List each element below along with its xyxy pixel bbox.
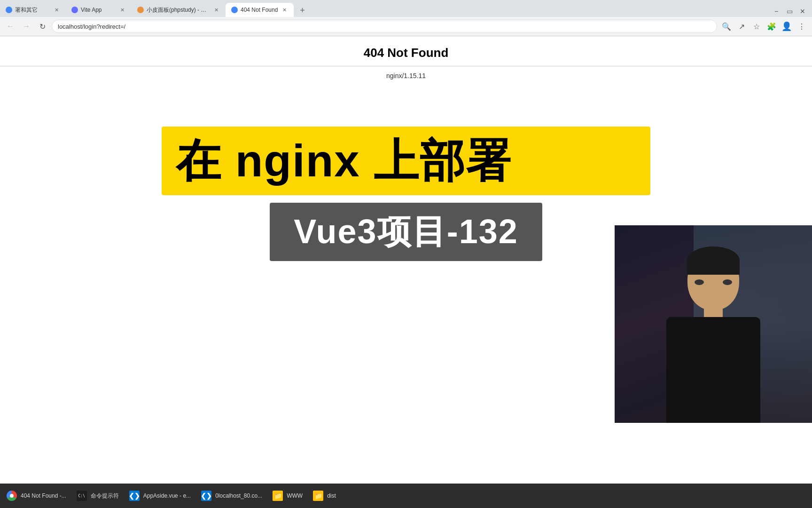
- taskbar-item-chrome[interactable]: 404 Not Found -...: [2, 485, 71, 506]
- page-content: 404 Not Found nginx/1.15.11 在 nginx 上部署 …: [0, 36, 812, 261]
- toolbar-icons: 🔍 ↗ ☆ 🧩 👤 ⋮: [720, 20, 808, 33]
- share-icon: ↗: [739, 22, 745, 31]
- back-icon: ←: [7, 22, 14, 31]
- reload-button[interactable]: ↻: [36, 20, 49, 33]
- reload-icon: ↻: [39, 22, 46, 31]
- address-input[interactable]: localhost/login?redirect=/: [52, 20, 717, 33]
- tab-close-1[interactable]: ✕: [53, 6, 60, 14]
- nginx-version: nginx/1.15.11: [0, 72, 812, 89]
- maximize-button[interactable]: ▭: [784, 6, 795, 17]
- maximize-icon: ▭: [787, 8, 793, 15]
- tab-favicon-4: [231, 7, 238, 13]
- window-controls: − ▭ ✕: [771, 6, 812, 17]
- menu-icon: ⋮: [798, 22, 805, 31]
- dark-subtitle: Vue3项目-132: [270, 203, 542, 261]
- taskbar-vscode1-label: AppAside.vue - e...: [143, 492, 191, 499]
- hr-divider: [0, 66, 812, 66]
- taskbar-chrome-icon: [7, 491, 17, 501]
- taskbar: 404 Not Found -... C:\ 命令提示符 ❮❯ AppAside…: [0, 484, 812, 508]
- webcam-overlay: [615, 225, 812, 423]
- minimize-icon: −: [774, 8, 778, 15]
- dark-subtitle-text: Vue3项目-132: [284, 209, 528, 254]
- taskbar-www-label: WWW: [287, 492, 303, 499]
- tab-close-4[interactable]: ✕: [281, 6, 288, 14]
- search-icon: 🔍: [722, 22, 731, 31]
- plus-icon: +: [300, 6, 305, 16]
- tab-phpstudy[interactable]: 小皮面板(phpstudy) - 让天下没… ✕: [132, 3, 226, 17]
- taskbar-item-vscode2[interactable]: ❮❯ 0localhost_80.co...: [196, 485, 267, 506]
- taskbar-item-cmd[interactable]: C:\ 命令提示符: [72, 485, 124, 506]
- taskbar-folder2-icon: 📁: [313, 491, 323, 501]
- bookmark-button[interactable]: ☆: [750, 20, 763, 33]
- tab-label-1: 署和其它: [15, 6, 50, 14]
- taskbar-vscode2-icon: ❮❯: [201, 491, 211, 501]
- menu-button[interactable]: ⋮: [795, 20, 808, 33]
- close-window-icon: ✕: [800, 8, 805, 15]
- tab-favicon-2: [71, 7, 78, 13]
- taskbar-item-www[interactable]: 📁 WWW: [268, 485, 307, 506]
- tab-close-2[interactable]: ✕: [118, 6, 126, 14]
- search-button[interactable]: 🔍: [720, 20, 733, 33]
- error-title: 404 Not Found: [0, 36, 812, 60]
- tab-署和其它[interactable]: 署和其它 ✕: [0, 3, 66, 17]
- share-button[interactable]: ↗: [735, 20, 748, 33]
- back-button[interactable]: ←: [4, 20, 17, 33]
- taskbar-item-vscode1[interactable]: ❮❯ AppAside.vue - e...: [125, 485, 195, 506]
- tab-favicon-1: [6, 7, 12, 13]
- yellow-banner: 在 nginx 上部署: [162, 127, 650, 195]
- close-window-button[interactable]: ✕: [797, 6, 808, 17]
- browser-chrome: 署和其它 ✕ Vite App ✕ 小皮面板(phpstudy) - 让天下没……: [0, 0, 812, 36]
- star-icon: ☆: [753, 22, 760, 31]
- tab-404[interactable]: 404 Not Found ✕: [226, 3, 294, 17]
- forward-button[interactable]: →: [20, 20, 33, 33]
- extensions-button[interactable]: 🧩: [765, 20, 778, 33]
- tab-label-4: 404 Not Found: [241, 7, 278, 13]
- profile-icon: 👤: [781, 21, 792, 32]
- tab-favicon-3: [137, 7, 144, 13]
- taskbar-vscode1-icon: ❮❯: [129, 491, 140, 501]
- tab-close-3[interactable]: ✕: [212, 6, 220, 14]
- taskbar-folder1-icon: 📁: [273, 491, 283, 501]
- taskbar-cmd-label: 命令提示符: [91, 492, 119, 500]
- tab-bar: 署和其它 ✕ Vite App ✕ 小皮面板(phpstudy) - 让天下没……: [0, 0, 812, 17]
- tab-label-3: 小皮面板(phpstudy) - 让天下没…: [147, 6, 210, 14]
- address-text: localhost/login?redirect=/: [58, 23, 125, 30]
- minimize-button[interactable]: −: [771, 6, 782, 17]
- new-tab-button[interactable]: +: [296, 4, 309, 17]
- taskbar-dist-label: dist: [327, 492, 336, 499]
- extensions-icon: 🧩: [767, 22, 776, 31]
- address-bar: ← → ↻ localhost/login?redirect=/ 🔍 ↗ ☆ 🧩: [0, 17, 812, 36]
- forward-icon: →: [23, 22, 30, 31]
- profile-button[interactable]: 👤: [780, 20, 793, 33]
- taskbar-vscode2-label: 0localhost_80.co...: [215, 492, 262, 499]
- taskbar-item-dist[interactable]: 📁 dist: [308, 485, 341, 506]
- taskbar-cmd-icon: C:\: [77, 491, 87, 501]
- tab-label-2: Vite App: [81, 7, 116, 13]
- yellow-banner-text: 在 nginx 上部署: [176, 136, 636, 186]
- tab-vite-app[interactable]: Vite App ✕: [66, 3, 132, 17]
- overlay-container: 在 nginx 上部署 Vue3项目-132: [0, 127, 812, 261]
- taskbar-chrome-label: 404 Not Found -...: [21, 492, 66, 499]
